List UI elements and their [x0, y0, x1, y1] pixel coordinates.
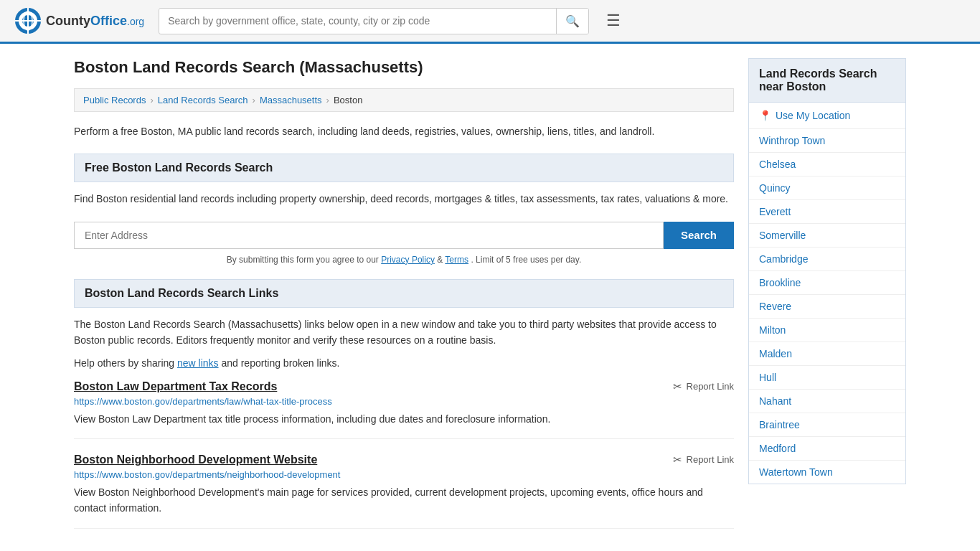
breadcrumb-boston: Boston — [334, 95, 362, 105]
page-description: Perform a free Boston, MA public land re… — [74, 123, 734, 139]
breadcrumb-public-records[interactable]: Public Records — [83, 95, 146, 105]
address-input[interactable] — [74, 222, 664, 249]
sidebar-location-list: 📍 Use My Location Winthrop Town Chelsea … — [748, 103, 906, 484]
link-url[interactable]: https://www.boston.gov/departments/law/w… — [74, 396, 734, 407]
link-item-header: Boston Neighborhood Development Website … — [74, 453, 734, 466]
sidebar-location-link[interactable]: Medford — [759, 443, 796, 454]
links-description: The Boston Land Records Search (Massachu… — [74, 316, 734, 349]
link-url[interactable]: https://www.boston.gov/departments/neigh… — [74, 469, 734, 480]
report-link-button[interactable]: ✂ Report Link — [673, 380, 734, 393]
disclaimer-and: & — [437, 255, 445, 265]
sidebar-item-nahant[interactable]: Nahant — [749, 390, 905, 413]
form-disclaimer: By submitting this form you agree to our… — [74, 255, 734, 265]
sidebar-item-brookline[interactable]: Brookline — [749, 271, 905, 295]
sidebar-item-braintree[interactable]: Braintree — [749, 413, 905, 437]
site-logo[interactable]: CountyOffice.org — [14, 7, 144, 34]
sidebar-location-link[interactable]: Watertown Town — [759, 466, 833, 478]
sidebar-location-link[interactable]: Winthrop Town — [759, 135, 825, 146]
use-my-location-link[interactable]: Use My Location — [776, 110, 850, 121]
location-pin-icon: 📍 — [759, 110, 771, 121]
new-links-link[interactable]: new links — [177, 357, 219, 369]
sidebar-item-medford[interactable]: Medford — [749, 437, 905, 461]
breadcrumb-sep-2: › — [253, 95, 255, 105]
sidebar-location-link[interactable]: Nahant — [759, 395, 791, 407]
sidebar-item-chelsea[interactable]: Chelsea — [749, 153, 905, 176]
search-submit-button[interactable]: Search — [664, 222, 734, 249]
share-prefix: Help others by sharing — [74, 357, 174, 369]
link-item: Boston Neighborhood Development Website … — [74, 453, 734, 529]
sidebar-location-link[interactable]: Malden — [759, 348, 792, 359]
sidebar-item-hull[interactable]: Hull — [749, 366, 905, 390]
sidebar-item-watertown-town[interactable]: Watertown Town — [749, 461, 905, 484]
scissors-icon: ✂ — [673, 380, 682, 393]
site-header: CountyOffice.org 🔍 ☰ — [0, 0, 980, 44]
breadcrumb-sep-3: › — [326, 95, 329, 105]
link-item-header: Boston Law Department Tax Records ✂ Repo… — [74, 380, 734, 393]
link-item-title[interactable]: Boston Law Department Tax Records — [74, 380, 277, 393]
sidebar-header: Land Records Search near Boston — [748, 58, 906, 103]
sidebar-item-somerville[interactable]: Somerville — [749, 224, 905, 248]
use-my-location-item[interactable]: 📍 Use My Location — [749, 103, 905, 129]
breadcrumb-massachusetts[interactable]: Massachusetts — [260, 95, 322, 105]
terms-link[interactable]: Terms — [445, 255, 468, 265]
sidebar-location-link[interactable]: Everett — [759, 206, 791, 217]
breadcrumb: Public Records › Land Records Search › M… — [74, 88, 734, 112]
sidebar-location-link[interactable]: Hull — [759, 372, 776, 383]
sidebar-item-quincy[interactable]: Quincy — [749, 176, 905, 200]
sidebar-item-malden[interactable]: Malden — [749, 342, 905, 366]
links-section-header: Boston Land Records Search Links — [74, 279, 734, 308]
sidebar-item-everett[interactable]: Everett — [749, 200, 905, 224]
sidebar-location-link[interactable]: Brookline — [759, 277, 801, 288]
link-item-title[interactable]: Boston Neighborhood Development Website — [74, 453, 317, 466]
share-text: Help others by sharing new links and rep… — [74, 357, 734, 369]
address-search-row: Search — [74, 222, 734, 249]
sidebar-item-winthrop-town[interactable]: Winthrop Town — [749, 129, 905, 153]
sidebar-item-revere[interactable]: Revere — [749, 295, 905, 319]
free-search-section-header: Free Boston Land Records Search — [74, 154, 734, 182]
header-search-bar: 🔍 — [159, 8, 589, 34]
link-description: View Boston Neighborhood Development's m… — [74, 484, 734, 517]
disclaimer-limit: . Limit of 5 free uses per day. — [471, 255, 581, 265]
sidebar-location-link[interactable]: Braintree — [759, 419, 800, 430]
logo-icon — [14, 7, 42, 34]
main-container: Boston Land Records Search (Massachusett… — [60, 44, 920, 551]
header-search-input[interactable] — [159, 9, 556, 32]
main-content: Boston Land Records Search (Massachusett… — [74, 58, 734, 543]
sidebar-location-link[interactable]: Milton — [759, 324, 786, 336]
privacy-policy-link[interactable]: Privacy Policy — [381, 255, 435, 265]
sidebar-item-milton[interactable]: Milton — [749, 319, 905, 342]
links-section: Boston Land Records Search Links The Bos… — [74, 279, 734, 529]
search-icon: 🔍 — [565, 15, 580, 27]
sidebar-location-link[interactable]: Cambridge — [759, 253, 808, 265]
report-link-label: Report Link — [687, 381, 734, 392]
report-link-label: Report Link — [687, 454, 734, 465]
sidebar-location-link[interactable]: Quincy — [759, 182, 791, 194]
disclaimer-text: By submitting this form you agree to our — [227, 255, 379, 265]
report-link-button[interactable]: ✂ Report Link — [673, 453, 734, 466]
free-search-description: Find Boston residential land records inc… — [74, 191, 734, 207]
sidebar-location-link[interactable]: Chelsea — [759, 159, 796, 170]
breadcrumb-sep-1: › — [150, 95, 153, 105]
sidebar-item-cambridge[interactable]: Cambridge — [749, 248, 905, 271]
link-item: Boston Law Department Tax Records ✂ Repo… — [74, 380, 734, 439]
link-description: View Boston Law Department tax title pro… — [74, 411, 734, 427]
header-search-button[interactable]: 🔍 — [556, 9, 588, 34]
hamburger-menu-button[interactable]: ☰ — [603, 9, 623, 33]
sidebar-location-link[interactable]: Somerville — [759, 230, 806, 241]
share-suffix-text: and reporting broken links. — [221, 357, 339, 369]
scissors-icon: ✂ — [673, 453, 682, 466]
address-search-form: Search By submitting this form you agree… — [74, 222, 734, 265]
page-title: Boston Land Records Search (Massachusett… — [74, 58, 734, 77]
breadcrumb-land-records-search[interactable]: Land Records Search — [158, 95, 248, 105]
sidebar-location-link[interactable]: Revere — [759, 301, 791, 312]
sidebar: Land Records Search near Boston 📍 Use My… — [748, 58, 906, 543]
logo-text: CountyOffice.org — [46, 14, 144, 29]
hamburger-icon: ☰ — [606, 11, 621, 29]
